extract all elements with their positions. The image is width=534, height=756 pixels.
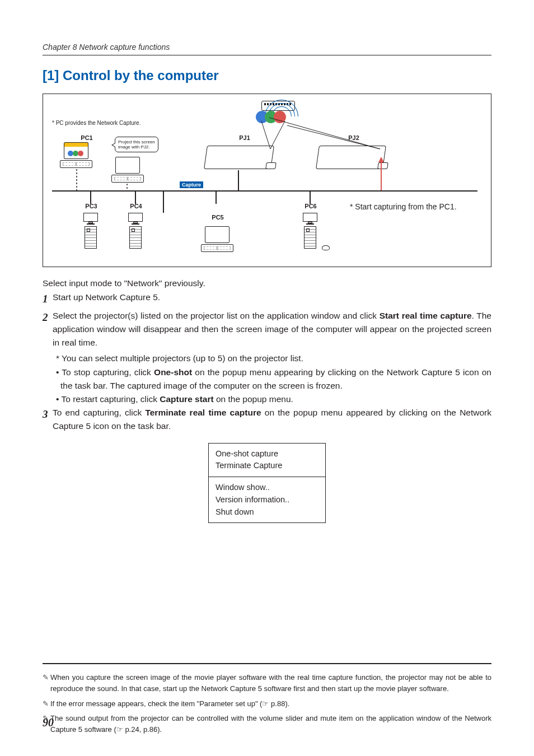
tower-pc-icon [82, 213, 99, 249]
projector-icon [205, 146, 273, 176]
diagram-side-note: * Start capturing from the PC1. [350, 202, 473, 213]
footnote: ✎ When you capture the screen image of t… [43, 672, 491, 694]
pencil-icon: ✎ [43, 672, 50, 694]
bold-text: Start real time capture [380, 311, 472, 320]
section-title: [1] Control by the computer [43, 68, 491, 83]
step-1: 1 Start up Network Capture 5. [43, 291, 491, 307]
footnote-text: The sound output from the projector can … [50, 713, 491, 735]
label-pc6: PC6 [299, 203, 322, 209]
projector-icon [317, 146, 385, 176]
footnote: ✎ The sound output from the projector ca… [43, 713, 491, 735]
step-body: Start up Network Capture 5. [53, 291, 491, 307]
text: If the error message appears, check the … [50, 699, 262, 708]
footnotes: ✎ When you capture the screen image of t… [43, 672, 491, 735]
step-2-sub: * You can select multiple projectors (up… [56, 352, 491, 365]
intro-text: Select input mode to "Network" previousl… [43, 278, 491, 288]
label-pc3: PC3 [80, 203, 102, 209]
bold-text: Capture start [160, 394, 213, 404]
step-2: 2 Select the projector(s) listed on the … [43, 309, 491, 349]
popup-item: Version information.. [216, 494, 318, 506]
circle-icon [274, 111, 286, 123]
step-3: 3 To end capturing, click Terminate real… [43, 406, 491, 433]
step-number: 1 [43, 291, 53, 307]
popup-item: One-shot capture [216, 448, 318, 460]
network-diagram: * PC provides the Network Capture. PC1 P… [43, 94, 491, 267]
footnote-text: If the error message appears, check the … [50, 698, 491, 710]
diagram-caption: * PC provides the Network Capture. [52, 120, 140, 126]
text: • To restart capturing, click [56, 394, 160, 404]
popup-item: Terminate Capture [216, 460, 318, 472]
chapter-heading: Chapter 8 Network capture functions [43, 43, 491, 55]
label-pj2: PJ2 [343, 134, 365, 141]
mouse-icon [322, 245, 330, 250]
text: p.88). [269, 699, 289, 708]
pointer-icon: ☞ [262, 699, 269, 708]
text: Select the projector(s) listed on the pr… [53, 311, 380, 320]
label-pc4: PC4 [125, 203, 147, 209]
label-pc1: PC1 [76, 134, 98, 141]
laptop-icon [111, 157, 144, 183]
text: • To stop capturing, click [56, 367, 154, 377]
laptop-icon [60, 142, 92, 168]
bold-text: One-shot [154, 367, 192, 377]
popup-item: Window show.. [216, 482, 318, 494]
tower-pc-icon [302, 213, 318, 249]
step-2-sub: • To restart capturing, click Capture st… [56, 393, 491, 406]
popup-item: Shut down [216, 506, 318, 519]
speech-balloon: Project this screen image with PJ2. [115, 137, 158, 152]
bold-text: Terminate real time capture [145, 408, 261, 417]
step-body: Select the projector(s) listed on the pr… [53, 309, 491, 349]
footnote-rule [43, 663, 491, 664]
step-number: 3 [43, 406, 53, 433]
laptop-icon [201, 226, 233, 252]
page-number: 90 [43, 716, 54, 729]
footnote: ✎ If the error message appears, check th… [43, 698, 491, 710]
tower-pc-icon [127, 213, 144, 249]
popup-menu-figure: One-shot capture Terminate Capture Windo… [208, 443, 326, 524]
step-2-sub: • To stop capturing, click One-shot on t… [56, 366, 491, 393]
step-number: 2 [43, 309, 53, 349]
footnote-text: When you capture the screen image of the… [50, 672, 491, 694]
text: on the popup menu. [214, 394, 293, 404]
network-line [52, 190, 477, 192]
text: To end capturing, click [53, 408, 145, 417]
text: p.24, p.86). [123, 725, 162, 734]
step-body: To end capturing, click Terminate real t… [53, 406, 491, 433]
pointer-icon: ☞ [116, 725, 123, 734]
label-pj1: PJ1 [233, 134, 256, 141]
label-pc5: PC5 [207, 214, 229, 221]
pencil-icon: ✎ [43, 698, 50, 710]
capture-tag: Capture [180, 181, 203, 188]
